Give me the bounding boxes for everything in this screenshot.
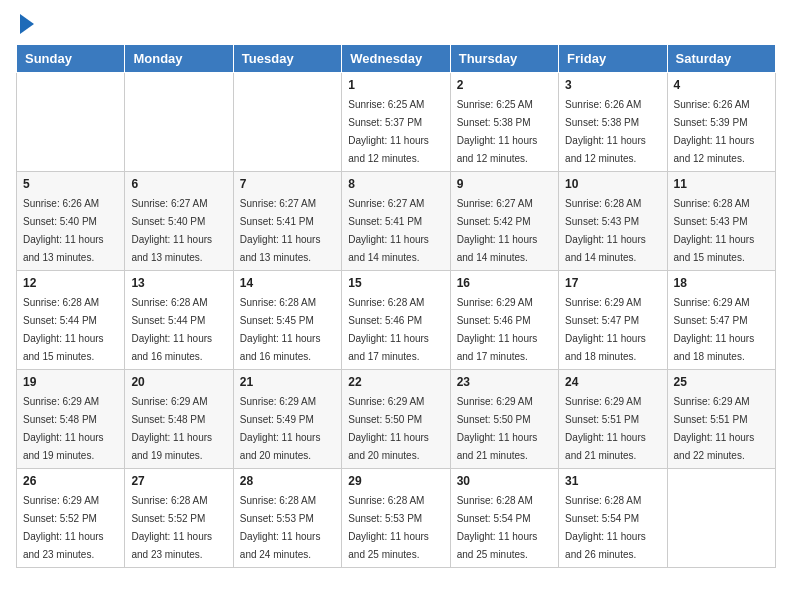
day-number: 6 xyxy=(131,177,226,191)
day-number: 21 xyxy=(240,375,335,389)
day-number: 20 xyxy=(131,375,226,389)
day-info: Sunrise: 6:29 AMSunset: 5:49 PMDaylight:… xyxy=(240,396,321,461)
day-info: Sunrise: 6:27 AMSunset: 5:41 PMDaylight:… xyxy=(348,198,429,263)
calendar-cell: 22 Sunrise: 6:29 AMSunset: 5:50 PMDaylig… xyxy=(342,370,450,469)
calendar-cell: 23 Sunrise: 6:29 AMSunset: 5:50 PMDaylig… xyxy=(450,370,558,469)
calendar-cell: 20 Sunrise: 6:29 AMSunset: 5:48 PMDaylig… xyxy=(125,370,233,469)
day-number: 16 xyxy=(457,276,552,290)
day-info: Sunrise: 6:26 AMSunset: 5:40 PMDaylight:… xyxy=(23,198,104,263)
day-info: Sunrise: 6:29 AMSunset: 5:50 PMDaylight:… xyxy=(348,396,429,461)
calendar-cell: 16 Sunrise: 6:29 AMSunset: 5:46 PMDaylig… xyxy=(450,271,558,370)
day-info: Sunrise: 6:29 AMSunset: 5:47 PMDaylight:… xyxy=(674,297,755,362)
calendar-cell: 18 Sunrise: 6:29 AMSunset: 5:47 PMDaylig… xyxy=(667,271,775,370)
day-number: 4 xyxy=(674,78,769,92)
week-row-5: 26 Sunrise: 6:29 AMSunset: 5:52 PMDaylig… xyxy=(17,469,776,568)
day-number: 22 xyxy=(348,375,443,389)
day-info: Sunrise: 6:26 AMSunset: 5:39 PMDaylight:… xyxy=(674,99,755,164)
day-number: 23 xyxy=(457,375,552,389)
day-number: 29 xyxy=(348,474,443,488)
page-container: SundayMondayTuesdayWednesdayThursdayFrid… xyxy=(0,0,792,578)
calendar-cell: 5 Sunrise: 6:26 AMSunset: 5:40 PMDayligh… xyxy=(17,172,125,271)
calendar-cell: 21 Sunrise: 6:29 AMSunset: 5:49 PMDaylig… xyxy=(233,370,341,469)
logo-arrow-icon xyxy=(20,14,34,34)
week-row-3: 12 Sunrise: 6:28 AMSunset: 5:44 PMDaylig… xyxy=(17,271,776,370)
day-number: 12 xyxy=(23,276,118,290)
day-number: 31 xyxy=(565,474,660,488)
day-number: 19 xyxy=(23,375,118,389)
day-info: Sunrise: 6:29 AMSunset: 5:52 PMDaylight:… xyxy=(23,495,104,560)
day-number: 14 xyxy=(240,276,335,290)
day-info: Sunrise: 6:25 AMSunset: 5:38 PMDaylight:… xyxy=(457,99,538,164)
day-number: 1 xyxy=(348,78,443,92)
day-number: 27 xyxy=(131,474,226,488)
calendar-cell: 9 Sunrise: 6:27 AMSunset: 5:42 PMDayligh… xyxy=(450,172,558,271)
logo xyxy=(16,16,34,34)
calendar-cell xyxy=(17,73,125,172)
day-number: 28 xyxy=(240,474,335,488)
calendar-cell: 25 Sunrise: 6:29 AMSunset: 5:51 PMDaylig… xyxy=(667,370,775,469)
day-number: 2 xyxy=(457,78,552,92)
weekday-header-sunday: Sunday xyxy=(17,45,125,73)
day-info: Sunrise: 6:26 AMSunset: 5:38 PMDaylight:… xyxy=(565,99,646,164)
calendar-cell: 8 Sunrise: 6:27 AMSunset: 5:41 PMDayligh… xyxy=(342,172,450,271)
day-info: Sunrise: 6:28 AMSunset: 5:53 PMDaylight:… xyxy=(240,495,321,560)
day-info: Sunrise: 6:28 AMSunset: 5:44 PMDaylight:… xyxy=(131,297,212,362)
day-number: 25 xyxy=(674,375,769,389)
day-info: Sunrise: 6:29 AMSunset: 5:46 PMDaylight:… xyxy=(457,297,538,362)
weekday-header-thursday: Thursday xyxy=(450,45,558,73)
weekday-header-friday: Friday xyxy=(559,45,667,73)
day-info: Sunrise: 6:27 AMSunset: 5:42 PMDaylight:… xyxy=(457,198,538,263)
day-number: 11 xyxy=(674,177,769,191)
day-number: 13 xyxy=(131,276,226,290)
calendar-cell: 12 Sunrise: 6:28 AMSunset: 5:44 PMDaylig… xyxy=(17,271,125,370)
weekday-header-saturday: Saturday xyxy=(667,45,775,73)
calendar-cell: 31 Sunrise: 6:28 AMSunset: 5:54 PMDaylig… xyxy=(559,469,667,568)
day-info: Sunrise: 6:28 AMSunset: 5:44 PMDaylight:… xyxy=(23,297,104,362)
day-info: Sunrise: 6:28 AMSunset: 5:52 PMDaylight:… xyxy=(131,495,212,560)
day-info: Sunrise: 6:27 AMSunset: 5:40 PMDaylight:… xyxy=(131,198,212,263)
weekday-header-wednesday: Wednesday xyxy=(342,45,450,73)
weekday-header-tuesday: Tuesday xyxy=(233,45,341,73)
day-number: 24 xyxy=(565,375,660,389)
day-number: 7 xyxy=(240,177,335,191)
day-info: Sunrise: 6:28 AMSunset: 5:46 PMDaylight:… xyxy=(348,297,429,362)
calendar-cell: 28 Sunrise: 6:28 AMSunset: 5:53 PMDaylig… xyxy=(233,469,341,568)
calendar-cell: 4 Sunrise: 6:26 AMSunset: 5:39 PMDayligh… xyxy=(667,73,775,172)
day-info: Sunrise: 6:28 AMSunset: 5:43 PMDaylight:… xyxy=(565,198,646,263)
day-number: 26 xyxy=(23,474,118,488)
calendar-cell: 6 Sunrise: 6:27 AMSunset: 5:40 PMDayligh… xyxy=(125,172,233,271)
week-row-2: 5 Sunrise: 6:26 AMSunset: 5:40 PMDayligh… xyxy=(17,172,776,271)
day-info: Sunrise: 6:28 AMSunset: 5:53 PMDaylight:… xyxy=(348,495,429,560)
day-number: 18 xyxy=(674,276,769,290)
calendar-cell: 17 Sunrise: 6:29 AMSunset: 5:47 PMDaylig… xyxy=(559,271,667,370)
day-number: 9 xyxy=(457,177,552,191)
day-number: 15 xyxy=(348,276,443,290)
day-number: 8 xyxy=(348,177,443,191)
day-number: 5 xyxy=(23,177,118,191)
calendar-cell: 13 Sunrise: 6:28 AMSunset: 5:44 PMDaylig… xyxy=(125,271,233,370)
calendar-cell: 10 Sunrise: 6:28 AMSunset: 5:43 PMDaylig… xyxy=(559,172,667,271)
day-info: Sunrise: 6:29 AMSunset: 5:48 PMDaylight:… xyxy=(131,396,212,461)
day-info: Sunrise: 6:28 AMSunset: 5:54 PMDaylight:… xyxy=(565,495,646,560)
calendar-cell: 3 Sunrise: 6:26 AMSunset: 5:38 PMDayligh… xyxy=(559,73,667,172)
weekday-header-monday: Monday xyxy=(125,45,233,73)
calendar-cell: 15 Sunrise: 6:28 AMSunset: 5:46 PMDaylig… xyxy=(342,271,450,370)
calendar-cell xyxy=(125,73,233,172)
calendar-cell: 14 Sunrise: 6:28 AMSunset: 5:45 PMDaylig… xyxy=(233,271,341,370)
calendar-cell: 19 Sunrise: 6:29 AMSunset: 5:48 PMDaylig… xyxy=(17,370,125,469)
calendar-cell: 1 Sunrise: 6:25 AMSunset: 5:37 PMDayligh… xyxy=(342,73,450,172)
calendar-cell: 30 Sunrise: 6:28 AMSunset: 5:54 PMDaylig… xyxy=(450,469,558,568)
calendar-cell: 7 Sunrise: 6:27 AMSunset: 5:41 PMDayligh… xyxy=(233,172,341,271)
calendar-cell xyxy=(667,469,775,568)
calendar-cell: 2 Sunrise: 6:25 AMSunset: 5:38 PMDayligh… xyxy=(450,73,558,172)
day-info: Sunrise: 6:29 AMSunset: 5:47 PMDaylight:… xyxy=(565,297,646,362)
weekday-header-row: SundayMondayTuesdayWednesdayThursdayFrid… xyxy=(17,45,776,73)
calendar-cell: 26 Sunrise: 6:29 AMSunset: 5:52 PMDaylig… xyxy=(17,469,125,568)
day-info: Sunrise: 6:27 AMSunset: 5:41 PMDaylight:… xyxy=(240,198,321,263)
day-number: 17 xyxy=(565,276,660,290)
day-info: Sunrise: 6:25 AMSunset: 5:37 PMDaylight:… xyxy=(348,99,429,164)
calendar-cell: 24 Sunrise: 6:29 AMSunset: 5:51 PMDaylig… xyxy=(559,370,667,469)
day-number: 3 xyxy=(565,78,660,92)
week-row-1: 1 Sunrise: 6:25 AMSunset: 5:37 PMDayligh… xyxy=(17,73,776,172)
day-number: 30 xyxy=(457,474,552,488)
